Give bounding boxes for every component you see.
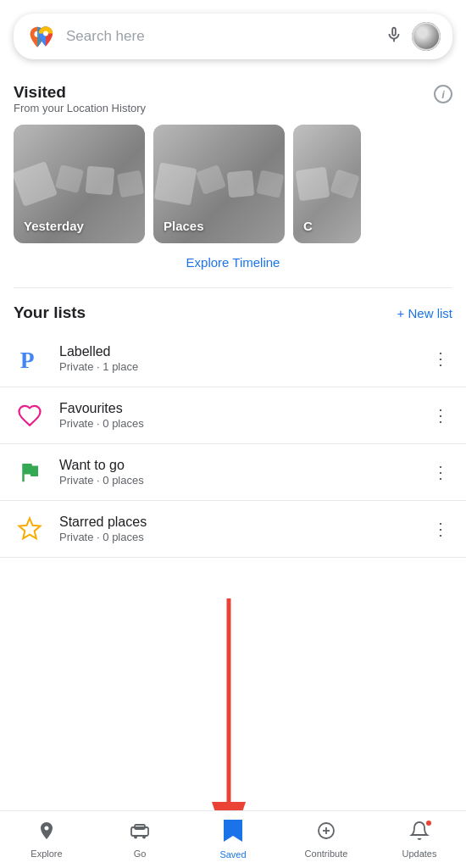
nav-item-contribute[interactable]: Contribute	[280, 821, 373, 859]
search-placeholder: Search here	[66, 26, 376, 47]
svg-point-7	[134, 836, 137, 839]
labelled-meta: Private · 1 place	[59, 360, 415, 373]
google-pin-icon	[34, 25, 58, 48]
labelled-name: Labelled	[59, 344, 415, 359]
mic-icon[interactable]	[385, 25, 403, 48]
list-item-labelled[interactable]: P Labelled Private · 1 place ⋮	[0, 331, 466, 387]
starred-places-name: Starred places	[59, 515, 415, 530]
nav-item-go[interactable]: Go	[93, 821, 186, 859]
favourites-icon	[14, 399, 46, 431]
labelled-info: Labelled Private · 1 place	[59, 344, 415, 373]
list-item-favourites[interactable]: Favourites Private · 0 places ⋮	[0, 387, 466, 444]
want-to-go-more-button[interactable]: ⋮	[429, 459, 452, 486]
starred-places-info: Starred places Private · 0 places	[59, 515, 415, 543]
your-lists-title: Your lists	[14, 303, 86, 322]
starred-places-icon	[14, 513, 46, 545]
updates-nav-icon	[409, 821, 430, 846]
your-lists-header: Your lists + New list	[0, 288, 466, 331]
contribute-nav-label: Contribute	[305, 849, 348, 859]
favourites-name: Favourites	[59, 401, 415, 416]
starred-places-meta: Private · 0 places	[59, 531, 415, 543]
timeline-card-yesterday[interactable]: Yesterday	[14, 125, 145, 243]
timeline-card-partial[interactable]: C	[293, 125, 361, 243]
updates-nav-label: Updates	[402, 849, 437, 859]
contribute-nav-icon	[316, 821, 336, 846]
search-bar[interactable]: Search here	[14, 14, 452, 59]
svg-marker-9	[224, 820, 242, 842]
card-yesterday-label: Yesterday	[24, 219, 84, 233]
timeline-cards: Yesterday Places	[14, 125, 452, 243]
updates-badge	[424, 819, 433, 827]
want-to-go-name: Want to go	[59, 458, 415, 473]
nav-item-explore[interactable]: Explore	[0, 821, 93, 859]
visited-section: Visited From your Location History i Yes…	[0, 70, 466, 243]
explore-timeline-link[interactable]: Explore Timeline	[186, 255, 280, 270]
favourites-info: Favourites Private · 0 places	[59, 401, 415, 430]
svg-text:P: P	[20, 347, 35, 371]
timeline-card-places[interactable]: Places	[153, 125, 285, 243]
nav-item-saved[interactable]: Saved	[186, 820, 280, 860]
visited-title: Visited	[14, 83, 146, 102]
explore-nav-label: Explore	[31, 849, 62, 859]
card-places-label: Places	[164, 219, 204, 233]
go-nav-label: Go	[134, 849, 147, 859]
main-content: Search here Visited From your Location H…	[0, 14, 466, 615]
saved-nav-label: Saved	[219, 849, 246, 860]
want-to-go-meta: Private · 0 places	[59, 474, 415, 487]
explore-timeline-container: Explore Timeline	[0, 255, 466, 270]
want-to-go-icon	[14, 456, 46, 488]
avatar[interactable]	[412, 22, 441, 51]
new-list-button[interactable]: + New list	[397, 306, 452, 320]
nav-item-updates[interactable]: Updates	[373, 821, 466, 859]
visited-subtitle: From your Location History	[14, 102, 146, 114]
svg-point-8	[142, 836, 146, 839]
want-to-go-info: Want to go Private · 0 places	[59, 458, 415, 487]
starred-places-more-button[interactable]: ⋮	[429, 515, 452, 542]
list-item-starred-places[interactable]: Starred places Private · 0 places ⋮	[0, 501, 466, 558]
card-partial-label: C	[303, 219, 313, 233]
labelled-more-button[interactable]: ⋮	[429, 345, 452, 372]
svg-point-1	[43, 31, 48, 36]
labelled-icon: P	[14, 342, 46, 375]
favourites-meta: Private · 0 places	[59, 417, 415, 430]
explore-nav-icon	[36, 821, 57, 846]
info-icon[interactable]: i	[434, 85, 452, 103]
saved-nav-icon	[224, 820, 242, 847]
bottom-nav: Explore Go Saved	[0, 810, 466, 868]
favourites-more-button[interactable]: ⋮	[429, 402, 452, 429]
list-item-want-to-go[interactable]: Want to go Private · 0 places ⋮	[0, 444, 466, 501]
go-nav-icon	[130, 821, 150, 846]
